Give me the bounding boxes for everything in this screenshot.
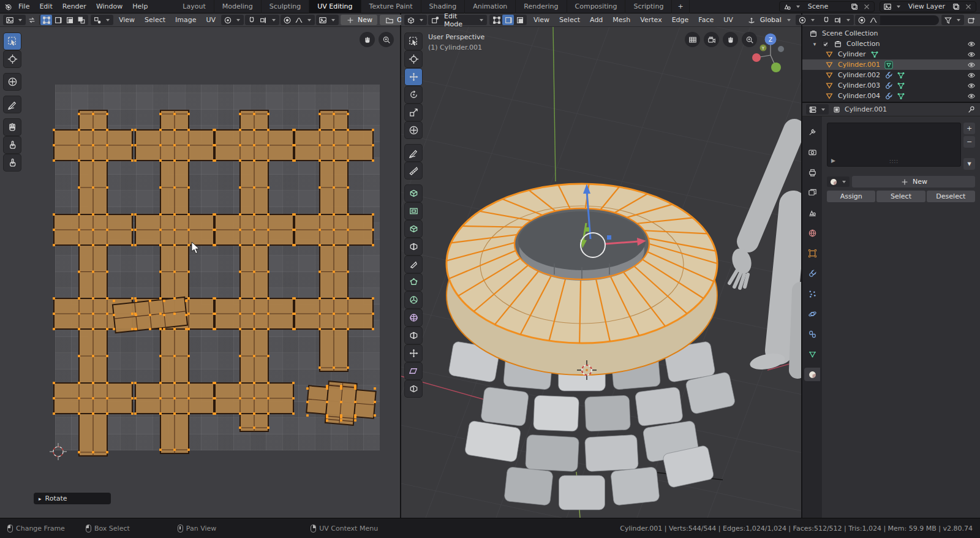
uv-sync-selection-toggle[interactable] — [27, 15, 37, 25]
outliner-row-object[interactable]: Cylinder.002 — [802, 70, 980, 80]
tool-spin[interactable] — [405, 292, 422, 308]
tool-edge-slide[interactable] — [405, 327, 422, 344]
tab-constraints[interactable] — [804, 327, 820, 341]
tab-uv-editing[interactable]: UV Editing — [309, 0, 361, 13]
uv-select-face-button[interactable] — [64, 15, 75, 25]
edge-mode-button[interactable] — [502, 15, 514, 25]
material-slot-list[interactable]: ▶ :::: — [827, 123, 961, 167]
copy-icon[interactable] — [951, 2, 961, 12]
v3d-pivot-dropdown[interactable] — [796, 15, 818, 25]
tool-select-box[interactable] — [405, 33, 422, 50]
disclosure-triangle[interactable]: ▾ — [811, 41, 818, 47]
v3d-menu-mesh[interactable]: Mesh — [608, 15, 635, 25]
tab-rendering[interactable]: Rendering — [516, 0, 567, 13]
v3d-menu-face[interactable]: Face — [694, 15, 718, 25]
tab-texture-paint[interactable]: Texture Paint — [361, 0, 421, 13]
tab-render[interactable] — [804, 145, 820, 159]
tool-grab[interactable] — [4, 119, 21, 135]
tool-transform[interactable] — [405, 122, 422, 138]
v3d-snap-dropdown[interactable] — [820, 15, 854, 25]
outliner-filter-dropdown[interactable] — [941, 15, 964, 25]
tab-view-layer[interactable] — [804, 186, 820, 199]
v3d-menu-edge[interactable]: Edge — [668, 15, 693, 25]
copy-icon[interactable] — [850, 2, 859, 12]
hide-toggle-icon[interactable] — [967, 60, 976, 70]
v3d-menu-uv[interactable]: UV — [719, 15, 737, 25]
tab-modeling[interactable]: Modeling — [214, 0, 262, 13]
uv-menu-select[interactable]: Select — [140, 15, 170, 25]
outliner-row-object[interactable]: Cylinder.004 — [802, 91, 980, 101]
tab-object[interactable] — [804, 246, 820, 260]
tab-scripting[interactable]: Scripting — [625, 0, 672, 13]
tool-transform[interactable] — [4, 74, 21, 90]
outliner-row-object[interactable]: Cylinder.003 — [802, 80, 980, 91]
zoom-view-button[interactable] — [379, 32, 394, 47]
close-icon[interactable] — [963, 2, 973, 12]
mode-dropdown[interactable]: Edit Mode — [428, 15, 487, 25]
tab-scene[interactable] — [804, 206, 820, 219]
tab-tool[interactable] — [804, 125, 820, 138]
image-new-button[interactable]: New — [341, 15, 377, 25]
tab-sculpting[interactable]: Sculpting — [262, 0, 309, 13]
pan-view-button[interactable] — [360, 32, 375, 47]
blender-logo-icon[interactable] — [4, 2, 13, 12]
pin-icon[interactable] — [967, 105, 976, 115]
tool-annotate[interactable] — [405, 145, 422, 161]
viewport-canvas[interactable]: User Perspective (1) Cylinder.001 Z Y — [401, 27, 801, 518]
operator-panel[interactable]: ▸ Rotate — [34, 493, 111, 504]
uv-proportional-dropdown[interactable] — [281, 15, 315, 25]
menu-help[interactable]: Help — [127, 1, 153, 12]
tab-particles[interactable] — [804, 287, 820, 300]
v3d-menu-select[interactable]: Select — [555, 15, 584, 25]
tool-extrude-region[interactable] — [405, 185, 422, 202]
add-workspace-button[interactable]: + — [672, 0, 689, 13]
close-icon[interactable] — [862, 2, 872, 12]
tool-poly-build[interactable] — [405, 274, 422, 290]
scene-selector[interactable]: Scene — [779, 1, 875, 12]
uv-image-browse-dropdown[interactable] — [316, 15, 339, 25]
menu-edit[interactable]: Edit — [34, 1, 57, 12]
view-layer-selector[interactable]: View Layer — [880, 1, 976, 12]
menu-window[interactable]: Window — [91, 1, 127, 12]
material-browse-dropdown[interactable] — [827, 176, 850, 187]
tab-layout[interactable]: Layout — [175, 0, 214, 13]
uv-menu-view[interactable]: View — [115, 15, 139, 25]
tool-loop-cut[interactable] — [405, 238, 422, 255]
tab-object-data[interactable] — [804, 347, 820, 361]
outliner-row-object[interactable]: Cylinder — [802, 49, 980, 59]
face-mode-button[interactable] — [514, 15, 526, 25]
tab-shading[interactable]: Shading — [421, 0, 466, 13]
uv-editor-type-button[interactable] — [3, 15, 26, 25]
add-material-slot-button[interactable]: + — [963, 123, 975, 134]
tool-shrink-fatten[interactable] — [405, 345, 422, 362]
v3d-menu-vertex[interactable]: Vertex — [636, 15, 666, 25]
vertex-mode-button[interactable] — [491, 15, 502, 25]
resize-grip[interactable]: :::: — [889, 159, 899, 164]
tab-physics[interactable] — [804, 307, 820, 320]
uv-pivot-dropdown[interactable] — [221, 15, 244, 25]
tool-rotate[interactable] — [405, 86, 422, 103]
tab-material[interactable] — [804, 368, 820, 381]
outliner-row-scene-collection[interactable]: Scene Collection — [802, 28, 980, 39]
outliner-row-object-selected[interactable]: Cylinder.001 — [802, 59, 980, 70]
tab-output[interactable] — [804, 165, 820, 179]
hide-toggle-icon[interactable] — [967, 39, 976, 49]
uv-canvas[interactable]: ▸ Rotate — [0, 27, 400, 518]
tab-animation[interactable]: Animation — [465, 0, 516, 13]
properties-editor-type-button[interactable] — [806, 104, 829, 115]
uv-sticky-selection-dropdown[interactable] — [91, 15, 113, 25]
menu-file[interactable]: File — [13, 1, 34, 12]
tool-inset-faces[interactable] — [405, 203, 422, 219]
uv-menu-image[interactable]: Image — [171, 15, 200, 25]
tool-relax[interactable] — [4, 137, 21, 153]
tool-pinch[interactable] — [4, 154, 21, 171]
uv-select-vertex-button[interactable] — [40, 15, 52, 25]
tab-world[interactable] — [804, 226, 820, 240]
tab-modifiers[interactable] — [804, 267, 820, 280]
deselect-button[interactable]: Deselect — [927, 191, 975, 202]
tool-knife[interactable] — [405, 256, 422, 273]
hide-toggle-icon[interactable] — [967, 81, 976, 91]
tool-scale[interactable] — [405, 104, 422, 121]
remove-material-slot-button[interactable]: − — [963, 136, 975, 148]
assign-button[interactable]: Assign — [827, 191, 875, 202]
